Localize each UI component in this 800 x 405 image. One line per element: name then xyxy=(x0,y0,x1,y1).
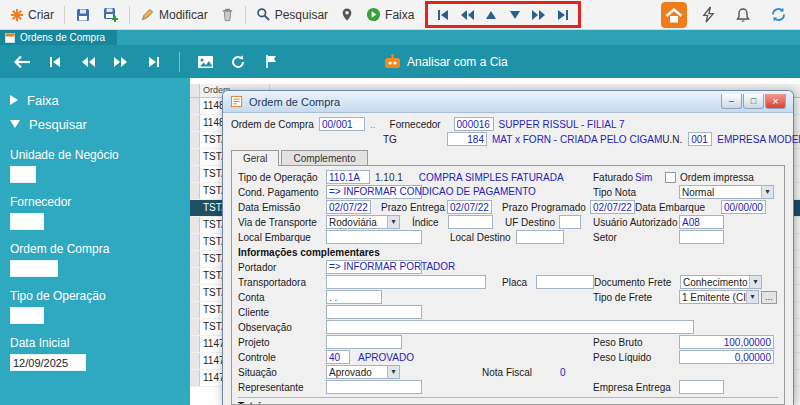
combo-value: 1 Emitente (CIF) xyxy=(682,292,755,303)
indice-field[interactable] xyxy=(448,215,493,229)
fornecedor-field[interactable] xyxy=(454,117,494,131)
data-emissao-field[interactable] xyxy=(326,200,371,214)
unidade-negocio-input[interactable] xyxy=(10,166,36,183)
documento-frete-select[interactable]: Conhecimento xyxy=(680,275,762,289)
ordem-compra-label: Ordem de Compra xyxy=(231,119,319,130)
transportadora-field[interactable] xyxy=(326,275,486,289)
nav-first-icon xyxy=(435,8,451,22)
refresh-icon xyxy=(230,54,246,70)
close-button[interactable]: × xyxy=(765,94,786,109)
placa-field[interactable] xyxy=(536,275,594,289)
delete-button[interactable] xyxy=(215,4,240,25)
filter-ordem-compra: Ordem de Compra xyxy=(10,242,180,277)
controle-field[interactable] xyxy=(326,350,350,364)
peso-bruto-field[interactable] xyxy=(679,335,774,349)
record-prev-button[interactable] xyxy=(76,50,100,74)
peso-liquido-field[interactable] xyxy=(679,350,774,364)
setor-field[interactable] xyxy=(679,230,724,244)
via-transporte-select[interactable]: Rodoviária xyxy=(326,215,400,229)
record-last-button[interactable] xyxy=(142,50,166,74)
dialog-body: Ordem de Compra .. Fornecedor SUPPER RIS… xyxy=(223,113,793,405)
tg-field[interactable] xyxy=(447,132,487,146)
portador-field[interactable] xyxy=(326,260,422,274)
save-button[interactable] xyxy=(70,4,96,26)
nav-prev-icon xyxy=(459,8,475,22)
record-first-button[interactable] xyxy=(43,50,67,74)
un-field[interactable] xyxy=(688,132,712,146)
prazo-entrega-field[interactable] xyxy=(447,200,492,214)
analisar-com-cia-button[interactable]: Analisar com a Cia xyxy=(384,54,508,69)
toolbar-right-group xyxy=(661,2,795,28)
local-destino-field[interactable] xyxy=(516,230,564,244)
projeto-field[interactable] xyxy=(326,335,402,349)
nav-last-button[interactable] xyxy=(553,5,573,25)
dialog-tabs: Geral Complemento xyxy=(231,150,785,166)
tab-ordens-de-compra[interactable]: Ordens de Compra xyxy=(0,30,117,45)
situacao-select[interactable]: Aprovado xyxy=(326,365,400,379)
tipo-frete-select[interactable]: 1 Emitente (CIF) xyxy=(679,290,759,304)
nav-first-button[interactable] xyxy=(433,5,453,25)
combo-value: Normal xyxy=(682,187,714,198)
maximize-button[interactable]: □ xyxy=(743,94,764,109)
data-inicial-input[interactable] xyxy=(10,354,86,371)
conta-field[interactable] xyxy=(326,290,382,304)
transportadora-label: Transportadora xyxy=(238,277,326,288)
nav-next-button[interactable] xyxy=(529,5,549,25)
toolbar-separator xyxy=(64,6,65,24)
modificar-label: Modificar xyxy=(159,8,208,22)
quick-actions-button[interactable] xyxy=(696,3,721,26)
representante-field[interactable] xyxy=(326,380,422,394)
fornecedor-input[interactable] xyxy=(10,213,44,230)
sync-button[interactable] xyxy=(765,3,792,26)
document-tab-bar: Ordens de Compra xyxy=(0,30,800,45)
tg-desc: MAT x FORN - CRIADA PELO CIGAM xyxy=(492,134,662,145)
tipo-nota-select[interactable]: Normal xyxy=(679,185,774,199)
nota-fiscal-label: Nota Fiscal xyxy=(482,367,536,378)
modificar-button[interactable]: Modificar xyxy=(135,4,213,25)
record-prev-icon xyxy=(80,55,96,69)
location-button[interactable] xyxy=(335,4,359,25)
documento-frete-label: Documento Frete xyxy=(594,277,680,288)
notifications-button[interactable] xyxy=(730,4,756,26)
tipo-operacao-field[interactable] xyxy=(326,170,370,184)
local-embarque-field[interactable] xyxy=(326,230,422,244)
back-arrow-icon xyxy=(13,55,31,69)
flag-button[interactable] xyxy=(259,50,283,74)
search-sidebar: Faixa Pesquisar Unidade de Negócio Forne… xyxy=(0,78,190,405)
dialog-title-bar[interactable]: Ordem de Compra – □ × xyxy=(223,91,793,113)
image-icon xyxy=(197,55,214,69)
ordem-compra-input[interactable] xyxy=(10,260,58,277)
refresh-button[interactable] xyxy=(226,50,250,74)
save-new-button[interactable] xyxy=(98,4,124,26)
empresa-entrega-field[interactable] xyxy=(679,380,724,394)
usuario-autorizado-field[interactable] xyxy=(679,215,724,229)
nav-down-button[interactable] xyxy=(505,5,525,25)
cond-pagamento-field[interactable] xyxy=(326,185,422,199)
cliente-field[interactable] xyxy=(326,305,422,319)
sidebar-section-faixa[interactable]: Faixa xyxy=(10,88,180,112)
filter-label: Data Inicial xyxy=(10,336,180,350)
prazo-programado-field[interactable] xyxy=(590,200,635,214)
tab-geral[interactable]: Geral xyxy=(231,150,279,166)
toolbar-separator xyxy=(245,6,246,24)
tipo-operacao-filter-input[interactable] xyxy=(10,307,44,324)
ordem-impressa-checkbox[interactable] xyxy=(665,172,676,183)
uf-destino-field[interactable] xyxy=(559,215,581,229)
data-embarque-field[interactable] xyxy=(721,200,766,214)
nav-next-icon xyxy=(531,8,547,22)
back-button[interactable] xyxy=(10,50,34,74)
nav-up-button[interactable] xyxy=(481,5,501,25)
minimize-button[interactable]: – xyxy=(721,94,742,109)
tipo-frete-lookup-button[interactable]: ... xyxy=(761,291,777,304)
faixa-button[interactable]: Faixa xyxy=(361,4,419,25)
ordem-compra-field[interactable] xyxy=(319,117,365,131)
observacao-field[interactable] xyxy=(326,320,694,334)
pesquisar-button[interactable]: Pesquisar xyxy=(251,4,333,25)
sidebar-section-pesquisar[interactable]: Pesquisar xyxy=(10,112,180,136)
nav-prev-button[interactable] xyxy=(457,5,477,25)
attachments-button[interactable] xyxy=(193,50,217,74)
tab-complemento[interactable]: Complemento xyxy=(281,150,367,166)
record-next-button[interactable] xyxy=(109,50,133,74)
cigam-logo-button[interactable] xyxy=(661,2,687,28)
criar-button[interactable]: Criar xyxy=(5,5,59,25)
